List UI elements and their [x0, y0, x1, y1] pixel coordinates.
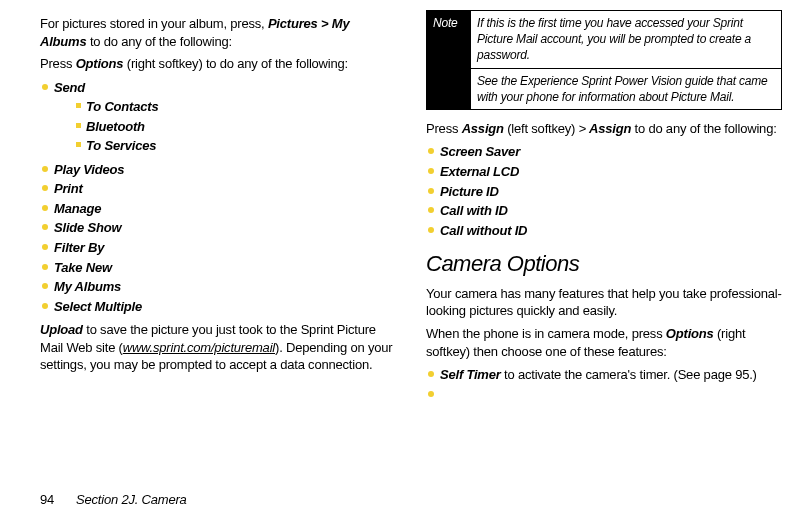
text: Press — [40, 56, 76, 71]
intro-paragraph-1: For pictures stored in your album, press… — [40, 15, 396, 50]
camera-paragraph-2: When the phone is in camera mode, press … — [426, 325, 782, 360]
self-timer-label: Self Timer — [440, 367, 501, 382]
gt-symbol: > — [579, 121, 586, 136]
options-label: Options — [76, 56, 124, 71]
send-item: Send To Contacts Bluetooth To Services — [42, 79, 396, 155]
send-sublist: To Contacts Bluetooth To Services — [74, 98, 396, 155]
text: to do any of the following: — [86, 34, 231, 49]
note-box: Note If this is the first time you have … — [426, 10, 782, 110]
left-column: For pictures stored in your album, press… — [40, 10, 396, 409]
assign-label-2: Assign — [586, 121, 631, 136]
send-label: Send — [54, 80, 85, 95]
upload-paragraph: Upload to save the picture you just took… — [40, 321, 396, 374]
list-item: Filter By — [42, 239, 396, 257]
list-item: Slide Show — [42, 219, 396, 237]
list-item: Print — [42, 180, 396, 198]
text: to do any of the following: — [631, 121, 776, 136]
list-item: Play Videos — [42, 161, 396, 179]
page-footer: 94Section 2J. Camera — [40, 491, 187, 509]
text: When the phone is in camera mode, press — [426, 326, 666, 341]
camera-paragraph-1: Your camera has many features that help … — [426, 285, 782, 320]
self-timer-item: Self Timer to activate the camera's time… — [428, 366, 782, 384]
url-link: www.sprint.com/picturemail — [123, 340, 275, 355]
list-item: My Albums — [42, 278, 396, 296]
camera-features-list: Self Timer to activate the camera's time… — [426, 366, 782, 403]
list-item: Manage — [42, 200, 396, 218]
options-list: Send To Contacts Bluetooth To Services P… — [40, 79, 396, 316]
list-item: Screen Saver — [428, 143, 782, 161]
text: For pictures stored in your album, press… — [40, 16, 268, 31]
send-sub-item: To Contacts — [76, 98, 396, 116]
note-text-1: If this is the first time you have acces… — [471, 11, 782, 69]
text: (left softkey) — [504, 121, 579, 136]
section-label: Section 2J. Camera — [76, 492, 187, 507]
camera-options-heading: Camera Options — [426, 249, 782, 279]
list-item: Call with ID — [428, 202, 782, 220]
page-number: 94 — [40, 492, 54, 507]
send-sub-item: Bluetooth — [76, 118, 396, 136]
text: to activate the camera's timer. (See pag… — [501, 367, 757, 382]
list-item: External LCD — [428, 163, 782, 181]
list-item: Select Multiple — [42, 298, 396, 316]
right-column: Note If this is the first time you have … — [426, 10, 782, 409]
empty-bullet — [428, 386, 782, 404]
text: (right softkey) to do any of the followi… — [123, 56, 348, 71]
assign-label: Assign — [462, 121, 504, 136]
note-label-cell: Note — [427, 11, 471, 110]
list-item: Call without ID — [428, 222, 782, 240]
text: Press — [426, 121, 462, 136]
send-sub-item: To Services — [76, 137, 396, 155]
note-text-2: See the Experience Sprint Power Vision g… — [471, 68, 782, 109]
list-item: Take New — [42, 259, 396, 277]
options-label: Options — [666, 326, 714, 341]
assign-paragraph: Press Assign (left softkey) > Assign to … — [426, 120, 782, 138]
intro-paragraph-2: Press Options (right softkey) to do any … — [40, 55, 396, 73]
list-item: Picture ID — [428, 183, 782, 201]
assign-list: Screen Saver External LCD Picture ID Cal… — [426, 143, 782, 239]
upload-label: Upload — [40, 322, 83, 337]
